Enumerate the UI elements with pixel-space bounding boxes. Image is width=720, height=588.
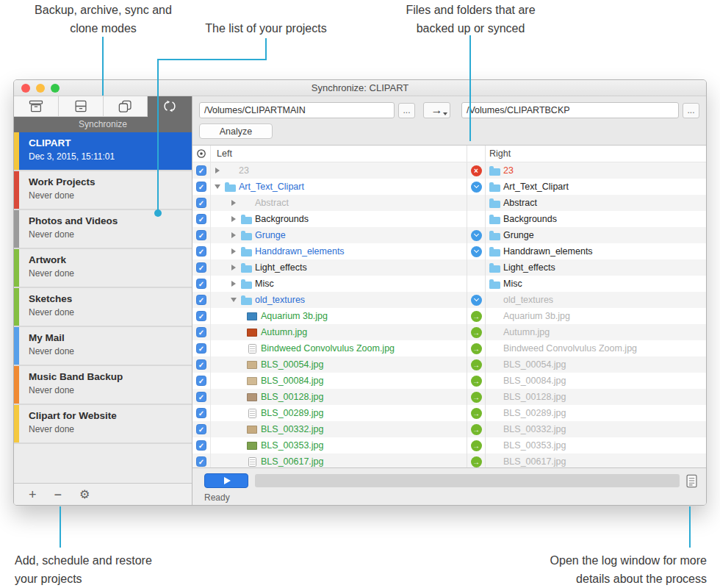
disclosure-triangle-icon[interactable] [231, 265, 236, 270]
project-item[interactable]: Sketches Never done [14, 288, 192, 326]
project-item[interactable]: Work Projects Never done [14, 171, 192, 209]
minimize-window-button[interactable] [36, 84, 45, 93]
sync-status-icon: → [471, 327, 482, 338]
row-checkbox[interactable]: ✓ [196, 376, 206, 386]
row-checkbox[interactable]: ✓ [196, 182, 206, 192]
right-item-name: Misc [503, 279, 522, 289]
mode-tabs [14, 96, 192, 117]
project-status: Never done [29, 346, 74, 356]
right-file-icon [489, 198, 500, 208]
project-item[interactable]: Photos and Videos Never done [14, 210, 192, 248]
file-row[interactable]: ✓ Backgrounds Backgrounds [192, 211, 706, 227]
left-path-input[interactable] [199, 102, 395, 118]
window-titlebar[interactable]: Synchronize: CLIPART [14, 80, 706, 96]
row-checkbox[interactable]: ✓ [196, 408, 206, 418]
callout-line-add [60, 506, 61, 548]
disclosure-triangle-icon[interactable] [231, 298, 237, 302]
sync-main-panel: ... → ... Analyze Left [192, 96, 706, 505]
add-project-button[interactable]: + [29, 488, 37, 501]
tab-archive-mode[interactable] [59, 96, 104, 117]
disclosure-triangle-icon[interactable] [231, 200, 236, 206]
project-status: Dec 3, 2015, 15:11:01 [29, 151, 115, 162]
file-row[interactable]: ✓ Bindweed Convolvulus Zoom.jpg → Bindwe… [192, 340, 706, 356]
project-item[interactable]: Clipart for Website Never done [14, 405, 192, 442]
sync-direction-button[interactable]: → [423, 102, 450, 118]
file-row[interactable]: ✓ BLS_00353.jpg → BLS_00353.jpg [192, 437, 706, 453]
disclosure-triangle-icon[interactable] [231, 216, 236, 222]
sidebar-empty-area [14, 444, 192, 483]
row-checkbox[interactable]: ✓ [196, 456, 206, 467]
file-row[interactable]: ✓ BLS_00084.jpg → BLS_00084.jpg [192, 373, 706, 389]
left-file-icon [246, 312, 258, 320]
file-row[interactable]: ✓ Art_Text_Clipart Art_Text_Clipart [192, 179, 706, 195]
gear-icon[interactable]: ⚙ [79, 488, 90, 501]
open-log-button[interactable] [686, 474, 697, 488]
left-browse-button[interactable]: ... [398, 103, 415, 118]
project-list: CLIPART Dec 3, 2015, 15:11:01 Work Proje… [14, 132, 192, 444]
file-row[interactable]: ✓ BLS_00289.jpg → BLS_00289.jpg [192, 405, 706, 421]
project-item[interactable]: My Mail Never done [14, 327, 192, 365]
left-file-icon [246, 426, 258, 434]
right-path-input[interactable] [461, 102, 679, 118]
file-row[interactable]: ✓ Handdrawn_elements Handdrawn_elements [192, 243, 706, 259]
row-checkbox[interactable]: ✓ [196, 327, 206, 337]
file-row[interactable]: ✓ Autumn.jpg → Autumn.jpg [192, 324, 706, 340]
row-checkbox[interactable]: ✓ [196, 262, 206, 273]
row-checkbox[interactable]: ✓ [196, 440, 206, 451]
analyze-button[interactable]: Analyze [199, 123, 273, 139]
row-checkbox[interactable]: ✓ [196, 295, 206, 305]
right-item-name: Handdrawn_elements [503, 246, 593, 257]
row-checkbox[interactable]: ✓ [196, 230, 206, 240]
start-sync-button[interactable] [204, 473, 248, 488]
disclosure-triangle-icon[interactable] [231, 281, 236, 287]
select-all-column[interactable] [192, 146, 211, 162]
row-checkbox[interactable]: ✓ [196, 424, 206, 434]
status-column-header [467, 146, 486, 162]
left-file-icon [246, 442, 258, 450]
project-item[interactable]: Music Band Backup Never done [14, 366, 192, 404]
row-checkbox[interactable]: ✓ [196, 311, 206, 321]
file-row[interactable]: ✓ BLS_00617.jpg → BLS_00617.jpg [192, 453, 706, 467]
zoom-window-button[interactable] [51, 84, 60, 93]
sync-status-icon: → [471, 311, 482, 322]
file-row[interactable]: ✓ Abstract Abstract [192, 195, 706, 211]
file-row[interactable]: ✓ Misc Misc [192, 276, 706, 292]
project-name: Photos and Videos [29, 215, 118, 226]
project-item[interactable]: Artwork Never done [14, 249, 192, 287]
row-checkbox[interactable]: ✓ [196, 392, 206, 402]
disclosure-triangle-icon[interactable] [231, 248, 236, 254]
close-window-button[interactable] [21, 84, 30, 93]
project-item[interactable]: CLIPART Dec 3, 2015, 15:11:01 [14, 132, 192, 170]
row-checkbox[interactable]: ✓ [196, 359, 206, 370]
project-color-stripe [14, 366, 19, 404]
row-checkbox[interactable]: ✓ [196, 279, 206, 289]
remove-project-button[interactable]: − [54, 488, 62, 501]
file-row[interactable]: ✓ Light_effects Light_effects [192, 259, 706, 276]
tab-backup-mode[interactable] [14, 96, 59, 117]
left-item-name: Handdrawn_elements [255, 246, 345, 257]
tab-sync-mode[interactable] [148, 96, 192, 117]
callout-line-projects [157, 59, 159, 213]
right-item-name: Grunge [503, 230, 534, 240]
row-checkbox[interactable]: ✓ [196, 246, 206, 257]
project-color-stripe [14, 405, 19, 442]
file-row[interactable]: ✓ BLS_00054.jpg → BLS_00054.jpg [192, 356, 706, 373]
path-controls: ... → ... Analyze [192, 96, 706, 139]
row-checkbox[interactable]: ✓ [196, 198, 206, 208]
disclosure-triangle-icon[interactable] [215, 184, 220, 189]
right-browse-button[interactable]: ... [683, 103, 699, 118]
row-checkbox[interactable]: ✓ [196, 214, 206, 224]
file-row[interactable]: ✓ Grunge Grunge [192, 227, 706, 243]
row-checkbox[interactable]: ✓ [196, 165, 206, 176]
left-item-name: Light_effects [255, 262, 307, 273]
file-row[interactable]: ✓ old_textures old_textures [192, 292, 706, 308]
tab-clone-mode[interactable] [104, 96, 148, 117]
file-row[interactable]: ✓ 23 × 23 [192, 162, 706, 179]
file-row[interactable]: ✓ Aquarium 3b.jpg → Aquarium 3b.jpg [192, 308, 706, 324]
disclosure-triangle-icon[interactable] [215, 168, 220, 173]
row-checkbox[interactable]: ✓ [196, 343, 206, 354]
sync-status-icon [471, 262, 482, 273]
file-row[interactable]: ✓ BLS_00128.jpg → BLS_00128.jpg [192, 389, 706, 405]
disclosure-triangle-icon[interactable] [231, 232, 236, 238]
file-row[interactable]: ✓ BLS_00332.jpg → BLS_00332.jpg [192, 421, 706, 437]
